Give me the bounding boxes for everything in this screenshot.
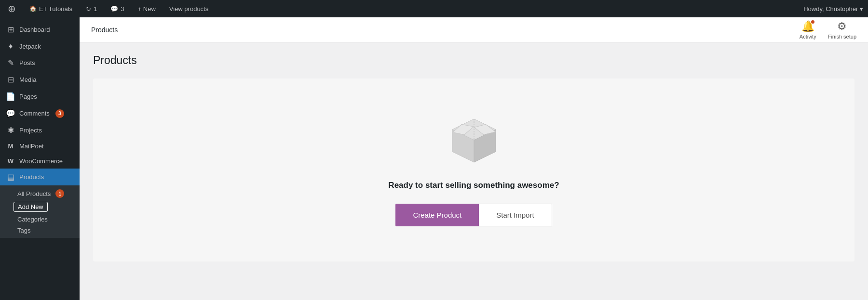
activity-button[interactable]: 🔔 Activity: [800, 20, 816, 39]
sidebar-sub-categories[interactable]: Categories: [0, 214, 80, 225]
finish-setup-button[interactable]: ⚙ Finish setup: [828, 20, 856, 39]
sidebar-item-jetpack[interactable]: ♦ Jetpack: [0, 38, 80, 54]
comments-badge: 3: [55, 109, 64, 118]
wp-logo[interactable]: ⊕: [5, 0, 19, 17]
comments-adminbar[interactable]: 💬 3: [108, 0, 127, 17]
sidebar-item-products[interactable]: ▤ Products: [0, 169, 80, 185]
header-right-icons: 🔔 Activity ⚙ Finish setup: [800, 20, 856, 39]
mailpoet-icon: M: [6, 143, 15, 150]
create-product-button[interactable]: Create Product: [395, 204, 479, 226]
box-svg: [445, 114, 503, 167]
media-icon: ⊟: [6, 75, 15, 84]
updates[interactable]: ↻ 1: [83, 0, 100, 17]
add-new-box[interactable]: Add New: [14, 202, 48, 212]
sidebar-item-woocommerce[interactable]: W WooCommerce: [0, 154, 80, 169]
site-name[interactable]: 🏠 ET Tutorials: [27, 0, 75, 17]
sidebar-item-dashboard[interactable]: ⊞ Dashboard: [0, 21, 80, 38]
products-icon: ▤: [6, 172, 15, 182]
empty-state-tagline: Ready to start selling something awesome…: [388, 181, 559, 190]
all-products-badge: 1: [55, 189, 64, 198]
dashboard-icon: ⊞: [6, 25, 15, 34]
activity-icon: 🔔: [801, 20, 814, 33]
sidebar-sub-all-products[interactable]: All Products 1: [0, 187, 80, 200]
breadcrumb: Products: [91, 26, 118, 34]
view-products[interactable]: View products: [166, 0, 211, 17]
sidebar-sub-add-new[interactable]: Add New: [0, 200, 80, 214]
comments-icon: 💬: [6, 109, 15, 118]
sidebar-sub-tags[interactable]: Tags: [0, 225, 80, 236]
pages-icon: 📄: [6, 92, 15, 101]
sidebar-item-mailpoet[interactable]: M MailPoet: [0, 139, 80, 154]
woocommerce-icon: W: [6, 157, 15, 165]
sidebar-item-comments[interactable]: 💬 Comments 3: [0, 105, 80, 122]
jetpack-icon: ♦: [6, 42, 15, 51]
projects-icon: ✱: [6, 126, 15, 135]
new-content[interactable]: + New: [135, 0, 159, 17]
user-greeting[interactable]: Howdy, Christopher ▾: [803, 5, 863, 13]
sidebar-item-projects[interactable]: ✱ Projects: [0, 122, 80, 139]
action-buttons: Create Product Start Import: [395, 204, 552, 226]
page-title: Products: [93, 54, 854, 67]
sidebar-item-posts[interactable]: ✎ Posts: [0, 54, 80, 71]
empty-state-icon: [445, 114, 503, 169]
sidebar-item-media[interactable]: ⊟ Media: [0, 71, 80, 88]
start-import-button[interactable]: Start Import: [479, 204, 552, 226]
finish-setup-icon: ⚙: [837, 20, 847, 33]
empty-state: Ready to start selling something awesome…: [93, 78, 854, 261]
sidebar-item-pages[interactable]: 📄 Pages: [0, 88, 80, 105]
posts-icon: ✎: [6, 58, 15, 67]
